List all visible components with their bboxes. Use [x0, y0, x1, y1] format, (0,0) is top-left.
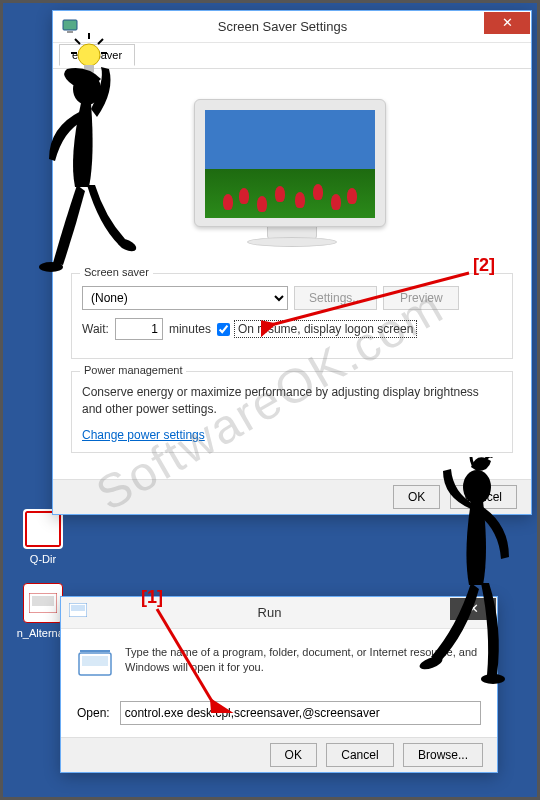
screensaver-group: Screen saver (None) Settings... Preview … [71, 273, 513, 359]
svg-line-15 [75, 39, 80, 44]
run-dialog-icon [69, 603, 89, 623]
close-icon: ✕ [468, 601, 479, 616]
browse-button[interactable]: Browse... [403, 743, 483, 767]
svg-line-16 [98, 39, 103, 44]
run-instruction: Type the name of a program, folder, docu… [125, 645, 481, 681]
svg-rect-2 [31, 531, 41, 541]
resume-checkbox-wrap[interactable]: On resume, display logon screen [217, 320, 417, 338]
power-description: Conserve energy or maximize performance … [82, 384, 502, 418]
titlebar[interactable]: Screen Saver Settings ✕ [53, 11, 531, 43]
lightbulb-icon [71, 33, 101, 73]
svg-rect-1 [45, 517, 55, 527]
preview-button[interactable]: Preview [383, 286, 459, 310]
group-label: Screen saver [80, 266, 153, 278]
desktop-icon-label: Q-Dir [13, 553, 73, 565]
svg-rect-0 [31, 517, 41, 527]
power-group: Power management Conserve energy or maxi… [71, 371, 513, 453]
svg-rect-9 [71, 605, 85, 611]
svg-rect-11 [82, 656, 108, 666]
svg-point-19 [78, 44, 100, 66]
cancel-button[interactable]: Cancel [450, 485, 517, 509]
wait-label: Wait: [82, 322, 109, 336]
dialog-buttons: OK Cancel Browse... [61, 737, 497, 772]
svg-rect-3 [45, 531, 55, 541]
change-power-settings-link[interactable]: Change power settings [82, 428, 205, 442]
ok-button[interactable]: OK [270, 743, 317, 767]
dialog-buttons: OK Cancel [53, 479, 531, 514]
titlebar[interactable]: Run ✕ [61, 597, 497, 629]
close-button[interactable]: ✕ [450, 598, 496, 620]
close-icon: ✕ [502, 15, 513, 30]
run-icon [77, 645, 113, 681]
svg-rect-5 [32, 596, 54, 606]
annotation-label-1: [1] [141, 587, 163, 608]
svg-rect-6 [63, 20, 77, 30]
wait-input[interactable] [115, 318, 163, 340]
open-input[interactable] [120, 701, 481, 725]
cancel-button[interactable]: Cancel [326, 743, 393, 767]
run-dialog-window: Run ✕ Type the name of a program, folder… [61, 597, 497, 772]
desktop-icon-qdir[interactable]: Q-Dir [13, 509, 73, 565]
settings-button[interactable]: Settings... [294, 286, 377, 310]
window-title: Screen Saver Settings [81, 19, 484, 34]
annotation-label-2: [2] [473, 255, 495, 276]
screensaver-select[interactable]: (None) [82, 286, 288, 310]
svg-rect-20 [84, 65, 94, 73]
screensaver-settings-window: Screen Saver Settings ✕ een Saver [53, 11, 531, 514]
open-label: Open: [77, 706, 110, 720]
run-app-icon [23, 583, 63, 623]
screensaver-preview [71, 79, 513, 273]
resume-checkbox-label: On resume, display logon screen [234, 320, 417, 338]
tab-strip: een Saver [53, 43, 531, 69]
qdir-icon [23, 509, 63, 549]
ok-button[interactable]: OK [393, 485, 440, 509]
wait-unit: minutes [169, 322, 211, 336]
close-button[interactable]: ✕ [484, 12, 530, 34]
power-group-label: Power management [80, 364, 186, 376]
resume-checkbox[interactable] [217, 323, 230, 336]
